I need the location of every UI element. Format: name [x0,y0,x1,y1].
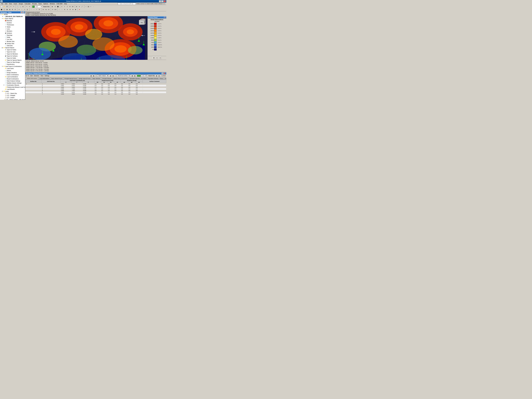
bp-result-prev[interactable]: ◀ [131,75,133,77]
tb2-4[interactable]: ▧ [8,8,11,11]
tb-solid[interactable]: ⬛ [57,5,59,8]
tab-von-mises[interactable]: Equivalent Stresses - von Mises [129,77,147,80]
menu-edit[interactable]: Edit [4,3,8,5]
tb2-x-axis[interactable]: Ux [42,8,44,11]
tree-item-19[interactable]: ▶📄Types for Solids [0,57,25,59]
tree-item-30[interactable]: ▶📄Static Analysis Settings [0,80,25,82]
menu-options[interactable]: Options [43,3,49,5]
tree-item-5[interactable]: ▶╱Lines [0,28,25,30]
expand-32[interactable]: ▼ [3,84,5,86]
bp-menu-settings[interactable]: Settings [44,75,49,76]
tree-item-3[interactable]: ▶📄Thicknesses [0,24,25,26]
tab-basic-stresses[interactable]: Basic Stresses [92,77,101,80]
tree-item-23[interactable]: ▼📁Load Cases & Combinations [0,65,25,67]
tree-item-28[interactable]: ▶📁Load Combinations [0,76,25,78]
tree-item-13[interactable]: ▶📄Solid Sets [0,44,25,47]
nav-pin-button[interactable]: 📌 [21,12,22,13]
tree-item-32[interactable]: ▼📄Combination Wizards [0,84,25,86]
tree-item-file[interactable]: ▼ 📄 2023-05-02_ZOO TABOR.rf6 [0,15,25,18]
tb-scale-minus[interactable]: - [92,5,95,8]
bp-lc-selector[interactable]: LC1 [141,75,147,77]
tree-item-9[interactable]: ▶📄Solids [0,36,25,38]
tb2-more-2[interactable]: ↕ [61,8,63,11]
tb2-show-react[interactable]: ↑ [33,8,35,11]
minimize-button[interactable]: _ [159,0,161,2]
tb2-more-3[interactable]: ⊕ [63,8,66,11]
tb-wire[interactable]: ⊡ [54,5,57,8]
tb-fit[interactable]: ⊞ [22,5,24,8]
tree-item-7[interactable]: ▶▦Surfaces [0,32,25,34]
tb-view-y[interactable]: Y [63,5,66,8]
bp-result-next[interactable]: ▶ [134,75,136,77]
tree-item-10[interactable]: ▶╱Line Sets [0,38,25,40]
tb-node[interactable]: ● [78,5,81,8]
bp-analysis-selector[interactable]: Static Analysis [97,75,109,77]
tree-item-4[interactable]: ▶●Nodes [0,26,25,28]
tb2-5[interactable]: ⊞ [11,8,14,11]
tree-item-26[interactable]: ▶📄Design Situations [0,72,25,74]
tb-scale-plus[interactable]: + [89,5,92,8]
close-button[interactable]: × [164,0,166,2]
tb-zoom-out[interactable]: 🔍 [19,5,22,8]
menu-results[interactable]: Results [31,3,38,5]
view-cube[interactable]: Top Right N [137,18,146,27]
expand-23[interactable]: ▼ [1,66,3,67]
bp-next-button[interactable]: ▶ [93,75,95,77]
tree-item-16[interactable]: ▶╱Types for Lines [0,51,25,53]
tree-item-20[interactable]: ▶📁Types for Special Objects [0,59,25,61]
tree-item-38[interactable]: ▶📋LC3 - Ostatní [0,96,25,99]
tree-item-rfem[interactable]: ▼ 📁 RFEM [0,13,25,15]
tb-redo[interactable]: ↷ [12,5,15,8]
tb-view-x[interactable]: X [61,5,63,8]
tree-item-34[interactable]: ▶📁Load Wizards [0,88,25,90]
tb2-node-btn[interactable]: ● [18,8,20,11]
tb2-more-1[interactable]: ↔ [58,8,61,11]
cp-filter-icon[interactable]: ≡ [156,57,158,59]
tb-view-3d[interactable]: 3D [71,5,74,8]
tb2-show-stress[interactable]: ⊗ [38,8,41,11]
menu-file[interactable]: File [0,3,4,5]
tree-item-35[interactable]: ▼📁Loads [0,90,25,92]
menu-insert[interactable]: Insert [13,3,18,5]
tree-item-8[interactable]: ▶📄Openings [0,34,25,36]
tb2-memb-btn[interactable]: ╫ [26,8,29,11]
tb-mesh[interactable]: ⊞ [75,5,78,8]
tab-design-internal-forces[interactable]: Design Internal Forces [78,77,92,80]
tab-principal-stresses[interactable]: Principal Stresses [101,77,113,80]
tab-basic-internal-forces[interactable]: Basic Internal Forces [51,77,63,80]
tb2-more-5[interactable]: ⊗ [69,8,71,11]
system-menu-icon[interactable]: 🔷 [0,0,3,2]
tb2-surf-btn[interactable]: ◻ [23,8,26,11]
tab-global-deformations[interactable]: Global Deformations [26,77,38,80]
tb-zoom-in[interactable]: 🔍 [16,5,19,8]
tb-render[interactable]: ▶ [51,5,54,8]
bp-prev-button[interactable]: ◀ [90,75,92,77]
bp-analysis-prev[interactable]: ◀ [109,75,112,77]
menu-tools[interactable]: Tools [38,3,43,5]
tb2-6[interactable]: ⊟ [14,8,17,11]
tb2-labels[interactable]: 🏷 [51,8,54,11]
tb-view-xy[interactable]: XY [69,5,71,8]
bp-menu-edit[interactable]: Edit [30,75,33,76]
tb-line[interactable]: ╱ [81,5,83,8]
tb2-2[interactable]: ◯ [3,8,6,11]
tree-item-39[interactable]: ▶📋LC4 - Užitné zatížení - celá plocha [0,99,25,100]
tb2-more-7[interactable]: ◉ [74,8,77,11]
bp-menu-selection[interactable]: Selection [33,75,39,76]
expand-0[interactable]: ▼ [1,18,3,19]
tb2-z-axis[interactable]: Uz [47,8,50,11]
menu-window[interactable]: Window [49,3,56,5]
tree-item-11[interactable]: ▶═Member Sets [0,40,25,43]
tb2-y-axis[interactable]: Uy [45,8,47,11]
tab-principal-internal-forces[interactable]: Principal Internal Forces [63,77,78,80]
tb2-more-4[interactable]: ⊖ [66,8,69,11]
tb-rotate[interactable]: ↻ [28,5,31,8]
expand-35[interactable]: ▼ [1,90,3,92]
tree-item-36[interactable]: ▶📋LC1 - Vlastní tíha [0,92,25,95]
tab-elastic-stress-components[interactable]: Elastic Stress Components [113,77,128,80]
cp-info-icon[interactable]: ℹ [159,57,161,59]
bp-menu-view[interactable]: View [40,75,43,76]
tree-item-15[interactable]: ▶●Types for Nodes [0,49,25,51]
expand-rfem[interactable]: ▼ [0,14,2,15]
tree-item-2[interactable]: ▶📄Sections [0,22,25,24]
